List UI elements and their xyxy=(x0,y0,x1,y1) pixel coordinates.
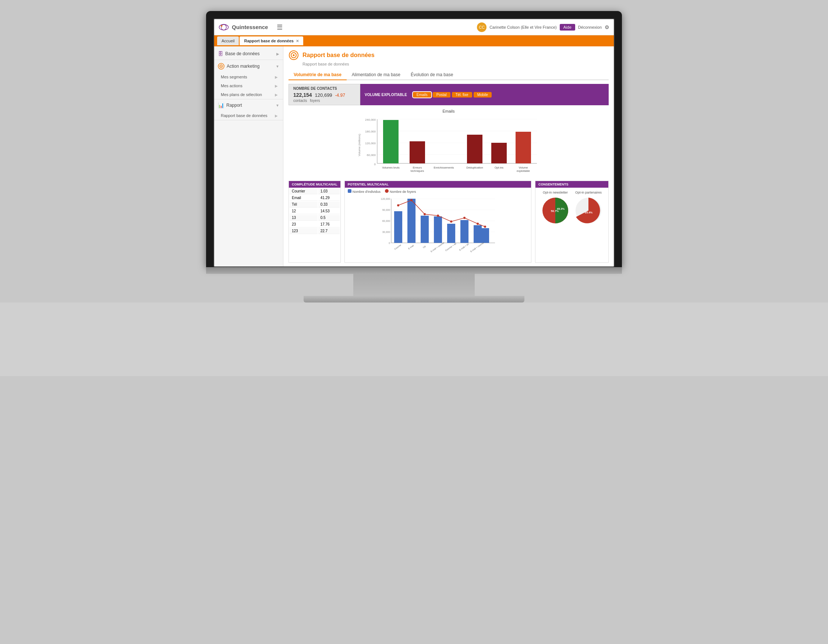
bottom-row: COMPLÉTUDE MULTICANAL Courrier1.03 Email… xyxy=(289,181,608,263)
database-icon: 🗄 xyxy=(218,51,223,57)
svg-text:90,000: 90,000 xyxy=(382,208,390,211)
consentements-box: CONSENTEMENTS Opt-in newsletter 50.7% xyxy=(535,181,608,263)
logo-area: Quintessence ☰ xyxy=(219,23,282,31)
orange-nav: Accueil Rapport base de données ✕ xyxy=(214,35,614,46)
svg-text:E-mail: E-mail xyxy=(408,244,414,250)
avatar: CC xyxy=(477,22,486,32)
svg-point-59 xyxy=(477,223,479,225)
top-nav: Quintessence ☰ CC Carinette Colson (Elle… xyxy=(214,19,614,35)
sidebar-item-rapport-base[interactable]: Rapport base de données ▶ xyxy=(214,111,283,120)
sidebar-label-database: Base de données xyxy=(225,51,259,56)
exploitable-label: VOLUME EXPLOITABLE xyxy=(365,93,407,97)
pie2-svg: 65.4% xyxy=(574,196,603,225)
potentiel-box: POTENTIEL MULTICANAL Nombre d'individus … xyxy=(345,181,532,263)
svg-point-5 xyxy=(221,66,222,67)
svg-rect-46 xyxy=(408,199,416,243)
svg-text:Opt-ins: Opt-ins xyxy=(495,166,503,169)
svg-text:Volume (millions): Volume (millions) xyxy=(358,133,361,156)
completude-table: Courrier1.03 Email41.29 Tél0.33 1214.53 … xyxy=(289,188,340,235)
svg-rect-45 xyxy=(394,211,402,243)
email-chart-svg: 240,000 180,000 120,000 60,000 0 Volume … xyxy=(289,116,608,174)
svg-point-57 xyxy=(450,221,452,223)
monitor-stand-neck xyxy=(353,274,475,296)
chevron-down-icon: ▼ xyxy=(276,103,279,107)
table-row: Tél0.33 xyxy=(290,202,340,208)
sidebar-section-marketing: Action marketing ▼ Mes segments ▶ Mes ac… xyxy=(214,60,283,99)
monitor-stand-top xyxy=(206,267,622,274)
sidebar-header-database[interactable]: 🗄 Base de données ▶ xyxy=(214,48,283,60)
sidebar-header-marketing[interactable]: Action marketing ▼ xyxy=(214,60,283,72)
svg-text:Volume: Volume xyxy=(519,166,528,169)
channel-btn-emails[interactable]: Emails xyxy=(413,92,431,97)
email-chart-section: Emails 240,000 180,000 120,000 60,000 0 … xyxy=(289,109,608,175)
channel-btn-mobile[interactable]: Mobile xyxy=(474,92,492,97)
tab-alimentation[interactable]: Alimentation de ma base xyxy=(347,70,406,80)
channel-btn-postal[interactable]: Postal xyxy=(433,92,450,97)
potentiel-header: POTENTIEL MULTICANAL xyxy=(345,181,531,188)
menu-button[interactable]: ☰ xyxy=(277,23,282,31)
svg-text:Tél: Tél xyxy=(422,246,426,249)
content-area: Rapport base de données Rapport base de … xyxy=(283,46,614,266)
svg-text:Erreurs: Erreurs xyxy=(413,166,422,169)
svg-rect-52 xyxy=(481,228,489,243)
svg-text:Déduplication: Déduplication xyxy=(466,166,483,169)
svg-point-55 xyxy=(423,213,426,215)
svg-rect-47 xyxy=(420,216,429,243)
sidebar-section-database: 🗄 Base de données ▶ xyxy=(214,48,283,60)
svg-text:60,000: 60,000 xyxy=(367,154,376,157)
svg-text:240,000: 240,000 xyxy=(365,118,376,121)
monitor-stand-base xyxy=(304,296,524,302)
user-name: Carinette Colson (Elle et Vire France) xyxy=(489,25,557,30)
chevron-right-icon: ▶ xyxy=(275,93,278,97)
svg-point-2 xyxy=(221,25,222,27)
svg-rect-27 xyxy=(467,135,483,163)
sidebar-section-rapport: 📊 Rapport ▼ Rapport base de données ▶ xyxy=(214,99,283,120)
svg-text:65.4%: 65.4% xyxy=(585,211,593,214)
svg-text:30,000: 30,000 xyxy=(382,231,390,233)
breadcrumb: Rapport base de données xyxy=(303,62,608,66)
app-title: Quintessence xyxy=(232,24,268,30)
svg-text:180,000: 180,000 xyxy=(365,130,376,133)
deconnexion-button[interactable]: Déconnexion xyxy=(578,25,602,30)
tab-evolution[interactable]: Évolution de ma base xyxy=(406,70,458,80)
svg-text:120,000: 120,000 xyxy=(365,142,376,145)
svg-point-0 xyxy=(219,24,228,30)
channel-btn-tel-fixe[interactable]: Tél. fixe xyxy=(452,92,472,97)
content-tabs: Volumétrie de ma base Alimentation de ma… xyxy=(289,70,608,80)
svg-text:0: 0 xyxy=(389,242,390,244)
table-row: 1214.53 xyxy=(290,208,340,214)
sidebar-label-marketing: Action marketing xyxy=(227,64,259,69)
table-row: 2317.76 xyxy=(290,221,340,227)
pie1-label: Opt-in newsletter xyxy=(543,191,568,194)
aide-button[interactable]: Aide xyxy=(560,24,575,31)
sidebar-item-mes-plans[interactable]: Mes plans de sélection ▶ xyxy=(214,90,283,99)
settings-icon[interactable]: ⚙ xyxy=(605,24,609,30)
metrics-row: NOMBRE DE CONTACTS 122,154 120,699 -4.97… xyxy=(289,84,608,105)
chevron-right-icon: ▶ xyxy=(275,84,278,88)
svg-text:exploitable: exploitable xyxy=(517,169,530,172)
svg-rect-50 xyxy=(460,220,469,243)
sidebar-item-mes-actions[interactable]: Mes actions ▶ xyxy=(214,81,283,90)
exploitable-metric-box: VOLUME EXPLOITABLE Emails Postal Tél. fi… xyxy=(360,84,608,105)
potentiel-chart-svg: 120,000 90,000 60,000 30,000 0 xyxy=(345,195,531,261)
svg-text:49.3%: 49.3% xyxy=(557,207,565,210)
pie2-container: Opt-in partenaires 65.4% xyxy=(574,191,603,225)
contacts-value2: 120,699 xyxy=(315,92,332,98)
svg-point-53 xyxy=(397,204,399,207)
tab-rapport-base[interactable]: Rapport base de données ✕ xyxy=(240,36,303,45)
consent-inner: Opt-in newsletter 50.7% 49.3% xyxy=(535,188,608,228)
chevron-right-icon: ▶ xyxy=(275,75,278,79)
contacts-value1: 122,154 xyxy=(293,92,312,98)
table-row: 12322.7 xyxy=(290,228,340,234)
page-header-icon xyxy=(289,50,299,60)
svg-point-8 xyxy=(293,55,295,56)
table-row: 130.5 xyxy=(290,215,340,221)
report-icon: 📊 xyxy=(218,102,224,108)
contacts-change: -4.97 xyxy=(335,93,345,98)
tab-volumetrie[interactable]: Volumétrie de ma base xyxy=(289,70,347,80)
monitor-bottom-bg xyxy=(0,302,828,376)
tab-close-icon[interactable]: ✕ xyxy=(296,39,299,43)
sidebar-item-mes-segments[interactable]: Mes segments ▶ xyxy=(214,72,283,81)
tab-accueil[interactable]: Accueil xyxy=(217,36,239,45)
sidebar-header-rapport[interactable]: 📊 Rapport ▼ xyxy=(214,99,283,111)
